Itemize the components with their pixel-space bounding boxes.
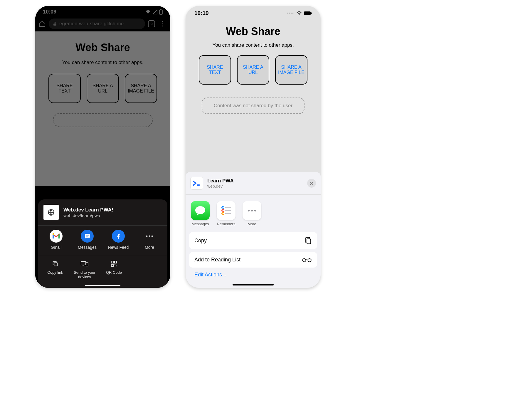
devices-icon [81,261,88,267]
battery-icon [159,9,163,15]
share-thumbnail [190,177,203,190]
svg-point-6 [146,236,148,237]
address-field[interactable]: egration-web-share.glitch.me [49,19,145,29]
svg-rect-16 [116,266,117,266]
home-icon[interactable] [39,20,46,27]
android-status-bar: 10:09 [35,6,170,16]
reading-list-action[interactable]: Add to Reading List [189,252,317,268]
share-app-more[interactable]: More [243,201,261,226]
share-app-reminders[interactable]: Reminders [217,201,236,226]
svg-point-8 [152,236,153,237]
svg-rect-17 [304,11,311,15]
tab-switcher[interactable]: 9 [148,20,155,27]
share-text-button[interactable]: SHARE TEXT [199,55,231,85]
copy-action[interactable]: Copy [189,232,317,249]
share-sheet-header: Learn PWA web.dev [186,172,321,195]
share-url-button[interactable]: SHARE A URL [237,55,269,85]
share-app-newsfeed[interactable]: News Feed [105,230,132,250]
globe-icon [47,209,55,216]
messages-icon [194,205,206,216]
page-heading: Web Share [40,41,166,54]
share-url: web.dev [207,184,303,189]
svg-rect-5 [86,236,88,237]
svg-rect-9 [54,263,57,266]
svg-point-23 [223,210,223,211]
gmail-icon [52,233,60,239]
share-apps-row: Messages Reminders More [186,195,321,230]
svg-point-30 [251,210,253,211]
svg-rect-18 [311,13,312,14]
lock-icon [53,22,57,26]
svg-rect-14 [111,264,113,266]
svg-point-31 [254,210,256,211]
copy-link-action[interactable]: Copy link [41,261,70,279]
ios-status-bar: 10:19 •••• [186,6,321,18]
svg-point-25 [223,213,223,214]
svg-rect-26 [225,207,231,208]
svg-rect-13 [115,261,117,263]
share-app-gmail[interactable]: Gmail [43,230,69,250]
more-icon [247,209,257,212]
qr-icon [111,261,117,267]
share-app-messages[interactable]: Messages [191,201,210,226]
share-apps-row: Gmail Messages News Feed [38,225,167,255]
close-button[interactable] [307,179,316,188]
status-box [53,113,153,127]
share-title: Web.dev Learn PWA! [63,207,113,213]
address-text: egration-web-share.glitch.me [59,21,124,27]
share-actions-row: Copy link Send to your devices QR Code [38,255,167,288]
share-url-button[interactable]: SHARE A URL [87,74,119,103]
messages-icon [84,233,91,240]
svg-rect-15 [115,264,115,265]
share-image-button[interactable]: SHARE A IMAGE FILE [275,55,307,85]
wifi-icon [145,10,151,14]
android-nav-pill[interactable] [85,285,120,286]
share-actions: Copy Add to Reading List Edit Actions... [186,230,321,288]
share-text-button[interactable]: SHARE TEXT [48,74,81,103]
page-subtitle: You can share content to other apps. [190,42,316,48]
reminders-icon [220,205,232,216]
share-app-more[interactable]: More [136,230,163,250]
svg-rect-32 [307,239,311,244]
qr-code-action[interactable]: QR Code [99,261,129,279]
edit-actions-link[interactable]: Edit Actions... [189,271,317,283]
copy-icon [305,237,312,244]
more-icon [145,235,154,237]
signal-dots-icon: •••• [287,11,294,16]
copy-icon [52,261,58,267]
svg-rect-1 [160,9,162,10]
overflow-menu-icon[interactable]: ⋮ [158,20,167,28]
android-url-bar: egration-web-share.glitch.me 9 ⋮ [35,16,170,31]
ios-device: 10:19 •••• Web Share You can share conte… [186,6,321,288]
ios-nav-pill[interactable] [233,284,274,285]
ios-page: Web Share You can share content to other… [186,18,321,120]
share-thumbnail [43,205,59,220]
signal-icon [153,10,157,14]
share-image-button[interactable]: SHARE A IMAGE FILE [125,74,157,103]
close-icon [310,182,313,185]
svg-point-7 [149,236,150,237]
svg-rect-2 [53,23,56,26]
facebook-icon [115,233,122,239]
android-time: 10:09 [43,9,56,15]
svg-rect-4 [86,235,89,236]
svg-point-33 [303,258,306,262]
ios-share-sheet: Learn PWA web.dev Messages [186,172,321,288]
battery-icon [304,11,312,15]
svg-point-29 [248,210,250,211]
svg-rect-28 [225,213,231,214]
svg-point-21 [223,207,223,208]
share-title: Learn PWA [207,178,303,184]
send-devices-action[interactable]: Send to your devices [70,261,99,279]
status-box: Content was not shared by the user [202,98,305,114]
svg-rect-19 [197,184,200,186]
android-share-sheet: Web.dev Learn PWA! web.dev/learn/pwa Gma… [38,199,167,288]
wifi-icon [296,11,302,15]
share-app-messages[interactable]: Messages [74,230,100,250]
share-sheet-header: Web.dev Learn PWA! web.dev/learn/pwa [38,205,167,225]
svg-rect-0 [159,10,162,14]
svg-rect-10 [81,261,86,265]
reading-list-icon [302,258,312,262]
android-device: 10:09 egration-web-share.glitch.me 9 ⋮ W… [35,6,170,288]
svg-rect-11 [86,262,88,266]
